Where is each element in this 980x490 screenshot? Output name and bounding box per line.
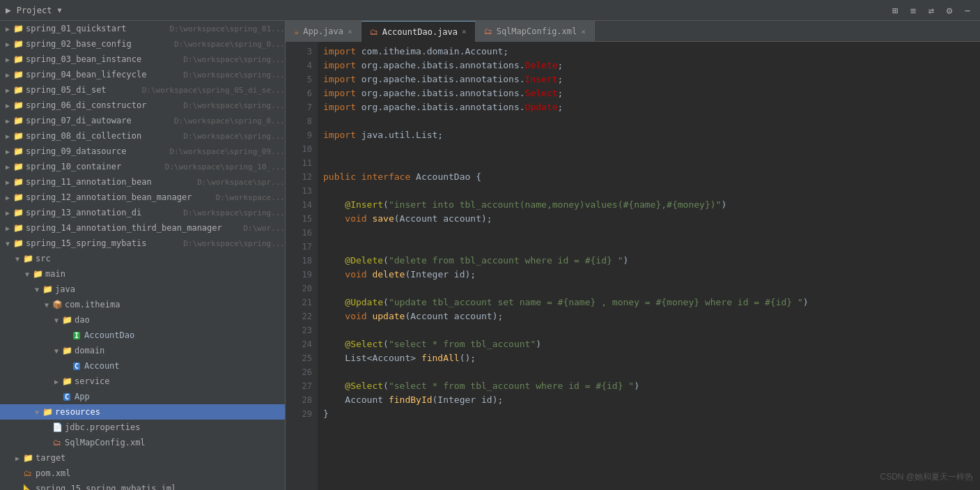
tree-icon-24: C [61, 392, 72, 401]
tree-arrow-18[interactable]: ▼ [42, 301, 52, 309]
watermark: CSDN @她和夏天一样热 [880, 471, 973, 483]
tree-label-26: jdbc.properties [65, 422, 285, 432]
sidebar-item-20[interactable]: IAccountDao [0, 328, 285, 343]
sidebar-item-30[interactable]: 📐spring_15_spring_mybatis.iml [0, 481, 285, 490]
tree-arrow-14[interactable]: ▼ [3, 240, 13, 247]
toolbar-icon-2[interactable]: ≡ [906, 5, 920, 16]
sidebar-item-17[interactable]: ▼📁java [0, 282, 285, 297]
tree-arrow-8[interactable]: ▶ [3, 148, 13, 155]
sidebar-item-10[interactable]: ▶📁spring_11_annotation_beanD:\workspace\… [0, 174, 285, 190]
tree-arrow-21[interactable]: ▼ [52, 347, 61, 355]
sidebar-item-22[interactable]: CAccount [0, 358, 285, 374]
line-number-8: 8 [286, 114, 312, 128]
sidebar-item-2[interactable]: ▶📁spring_03_bean_instanceD:\workspace\sp… [0, 52, 285, 67]
code-line-25: List<Account> findAll(); [323, 351, 980, 365]
tree-arrow-23[interactable]: ▶ [52, 378, 61, 385]
line-number-21: 21 [286, 296, 312, 309]
sidebar-item-24[interactable]: CApp [0, 389, 285, 404]
sidebar-item-27[interactable]: 🗂SqlMapConfig.xml [0, 435, 285, 450]
sidebar-item-7[interactable]: ▶📁spring_08_di_collectionD:\workspace\sp… [0, 128, 285, 144]
tree-arrow-6[interactable]: ▶ [3, 117, 13, 125]
sidebar[interactable]: ▶📁spring_01_quickstartD:\workspace\sprin… [0, 21, 286, 490]
tree-icon-26: 📄 [52, 422, 63, 432]
sidebar-item-13[interactable]: ▶📁spring_14_annotation_third_bean_manage… [0, 220, 285, 236]
sidebar-item-0[interactable]: ▶📁spring_01_quickstartD:\workspace\sprin… [0, 21, 285, 36]
code-content[interactable]: import com.itheima.domain.Account;import… [318, 42, 980, 490]
tree-icon-12: 📁 [13, 208, 24, 217]
tree-arrow-3[interactable]: ▶ [3, 71, 13, 79]
tree-arrow-5[interactable]: ▶ [3, 102, 13, 109]
tree-arrow-9[interactable]: ▶ [3, 163, 13, 171]
sidebar-item-4[interactable]: ▶📁spring_05_di_setD:\workspace\spring_05… [0, 82, 285, 98]
sidebar-item-29[interactable]: 🗂pom.xml [0, 466, 285, 481]
tree-arrow-19[interactable]: ▼ [52, 316, 61, 324]
code-line-9: import java.util.List; [323, 128, 980, 142]
tree-label-2: spring_03_bean_instance [26, 54, 180, 64]
sidebar-item-15[interactable]: ▼📁src [0, 251, 285, 266]
tree-arrow-15[interactable]: ▼ [13, 255, 22, 263]
tree-arrow-2[interactable]: ▶ [3, 56, 13, 63]
tree-arrow-12[interactable]: ▶ [3, 209, 13, 217]
line-number-19: 19 [286, 268, 312, 282]
toolbar-icon-5[interactable]: − [960, 5, 974, 16]
tree-label-19: dao [75, 315, 285, 325]
tree-icon-11: 📁 [13, 192, 24, 202]
tab-close-account-dao[interactable]: × [462, 27, 467, 36]
tab-sqlmap-xml[interactable]: 🗂SqlMapConfig.xml× [476, 21, 595, 42]
toolbar-icon-4[interactable]: ⚙ [942, 5, 956, 16]
tree-arrow-17[interactable]: ▼ [32, 286, 42, 293]
sidebar-item-25[interactable]: ▼📁resources [0, 404, 285, 420]
sidebar-item-9[interactable]: ▶📁spring_10_containerD:\workspace\spring… [0, 159, 285, 174]
sidebar-item-21[interactable]: ▼📁domain [0, 343, 285, 358]
tab-close-app-java[interactable]: × [348, 27, 352, 36]
sidebar-item-3[interactable]: ▶📁spring_04_bean_lifecycleD:\workspace\s… [0, 67, 285, 82]
code-line-12: public interface AccountDao { [323, 170, 980, 184]
sidebar-item-14[interactable]: ▼📁spring_15_spring_mybatisD:\workspace\s… [0, 236, 285, 251]
sidebar-item-1[interactable]: ▶📁spring_02_base_configD:\workspace\spri… [0, 36, 285, 52]
line-number-24: 24 [286, 337, 312, 351]
toolbar-icon-3[interactable]: ⇄ [924, 5, 938, 16]
tree-arrow-7[interactable]: ▶ [3, 132, 13, 140]
sidebar-item-12[interactable]: ▶📁spring_13_annotation_diD:\workspace\sp… [0, 205, 285, 220]
tree-arrow-16[interactable]: ▼ [22, 270, 32, 278]
tree-arrow-13[interactable]: ▶ [3, 224, 13, 232]
tree-arrow-25[interactable]: ▼ [32, 408, 42, 416]
sidebar-item-6[interactable]: ▶📁spring_07_di_autowareD:\workspace\spri… [0, 113, 285, 128]
sidebar-item-23[interactable]: ▶📁service [0, 374, 285, 389]
sidebar-item-16[interactable]: ▼📁main [0, 266, 285, 282]
tree-path-11: D:\workspace... [216, 193, 285, 202]
line-number-6: 6 [286, 86, 312, 100]
sidebar-item-8[interactable]: ▶📁spring_09_datasourceD:\workspace\sprin… [0, 144, 285, 159]
tab-account-dao[interactable]: 🗂AccountDao.java× [361, 21, 476, 42]
code-line-24: @Select("select * from tbl_account") [323, 337, 980, 351]
tree-arrow-28[interactable]: ▶ [13, 454, 22, 462]
line-number-4: 4 [286, 59, 312, 72]
title-bar: ▶ Project ▼ ⊞ ≡ ⇄ ⚙ − [0, 0, 980, 21]
tree-arrow-11[interactable]: ▶ [3, 194, 13, 201]
tree-icon-30: 📐 [22, 484, 33, 490]
sidebar-item-18[interactable]: ▼📦com.itheima [0, 297, 285, 312]
tree-label-0: spring_01_quickstart [26, 24, 166, 33]
sidebar-item-28[interactable]: ▶📁target [0, 450, 285, 466]
tab-close-sqlmap-xml[interactable]: × [581, 27, 586, 36]
sidebar-item-26[interactable]: 📄jdbc.properties [0, 420, 285, 435]
tree-arrow-10[interactable]: ▶ [3, 178, 13, 186]
sidebar-item-19[interactable]: ▼📁dao [0, 312, 285, 328]
tree-icon-22: C [71, 361, 82, 371]
tree-icon-3: 📁 [13, 70, 24, 79]
tree-path-8: D:\workspace\spring_09... [169, 147, 285, 156]
tree-icon-20: I [71, 330, 82, 340]
tree-arrow-4[interactable]: ▶ [3, 86, 13, 94]
tree-icon-25: 📁 [42, 407, 53, 417]
code-line-15: void save(Account account); [323, 212, 980, 226]
title-bar-title: Project [17, 6, 52, 15]
sidebar-item-5[interactable]: ▶📁spring_06_di_constructorD:\workspace\s… [0, 98, 285, 113]
tree-arrow-0[interactable]: ▶ [3, 25, 13, 33]
title-bar-dropdown[interactable]: ▼ [57, 6, 61, 14]
tree-arrow-1[interactable]: ▶ [3, 40, 13, 48]
tree-label-15: src [36, 254, 285, 263]
line-number-10: 10 [286, 142, 312, 156]
tab-app-java[interactable]: ☕App.java× [286, 21, 361, 42]
toolbar-icon-1[interactable]: ⊞ [888, 5, 902, 16]
sidebar-item-11[interactable]: ▶📁spring_12_annotation_bean_managerD:\wo… [0, 190, 285, 205]
